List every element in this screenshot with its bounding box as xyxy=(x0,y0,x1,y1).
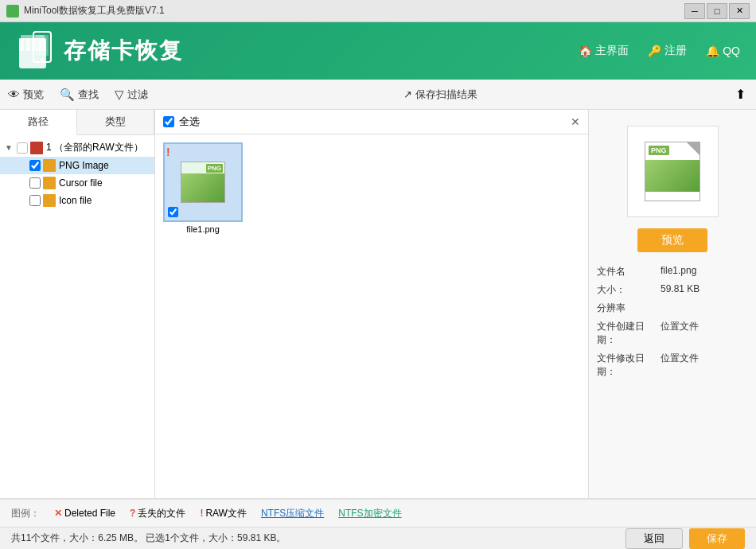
filter-toolbar-label: 过滤 xyxy=(127,88,148,102)
svg-rect-2 xyxy=(25,38,30,51)
file-size-value: 59.81 KB xyxy=(661,283,699,297)
legend-raw: ! RAW文件 xyxy=(200,507,247,520)
save-button[interactable]: 保存 xyxy=(689,528,745,549)
register-nav-item[interactable]: 🔑 注册 xyxy=(648,44,687,58)
tree-item-png[interactable]: PNG Image xyxy=(0,157,154,174)
file-tree: ▼ 1 （全部的RAW文件） PNG Image Cursor file xyxy=(0,135,154,498)
tab-path[interactable]: 路径 xyxy=(0,110,77,135)
filter-icon: ▽ xyxy=(115,88,124,102)
sd-card-icon xyxy=(16,30,54,72)
png-image-area xyxy=(181,173,224,202)
back-button[interactable]: 返回 xyxy=(625,528,683,549)
filter-toolbar-item[interactable]: ▽ 过滤 xyxy=(115,88,148,102)
preview-button[interactable]: 预览 xyxy=(637,228,707,252)
svg-point-8 xyxy=(41,58,44,61)
save-scan-toolbar-item[interactable]: ↗ 保存扫描结果 xyxy=(403,88,477,102)
save-icon: ↗ xyxy=(403,88,412,100)
file-info-modified-row: 文件修改日期： 位置文件 xyxy=(597,352,748,379)
legend-ntfs-compressed: NTFS压缩文件 xyxy=(261,507,324,520)
center-panel: 全选 ✕ ! PNG file1.png xyxy=(155,110,589,498)
file-info-size-row: 大小： 59.81 KB xyxy=(597,283,748,297)
legend-label: 图例： xyxy=(11,507,40,520)
eye-icon: 👁 xyxy=(8,88,20,101)
file-name-key: 文件名 xyxy=(597,265,661,278)
qq-nav-item[interactable]: 🔔 QQ xyxy=(706,45,740,57)
search-toolbar-item[interactable]: 🔍 查找 xyxy=(60,88,99,102)
save-scan-toolbar-label: 保存扫描结果 xyxy=(415,88,477,102)
svg-rect-7 xyxy=(36,35,49,56)
search-icon: 🔍 xyxy=(60,88,75,102)
legend-deleted: ✕ Deleted File xyxy=(54,508,115,519)
title-bar-controls: ─ □ ✕ xyxy=(684,3,750,19)
tree-checkbox-cursor[interactable] xyxy=(29,177,41,189)
file-item-checkbox[interactable] xyxy=(168,207,178,217)
qq-nav-label: QQ xyxy=(723,45,740,57)
status-buttons: 返回 保存 xyxy=(625,528,745,549)
home-icon: 🏠 xyxy=(579,45,592,57)
title-bar-text: MiniTool数据恢复工具免费版V7.1 xyxy=(24,4,165,18)
tree-root-label: 1 （全部的RAW文件） xyxy=(46,141,143,154)
lost-icon: ? xyxy=(130,508,135,519)
close-panel-button[interactable]: ✕ xyxy=(571,115,580,128)
toolbar-export-icon[interactable]: ⬆ xyxy=(732,87,748,102)
maximize-button[interactable]: □ xyxy=(707,3,727,19)
title-bar: MiniTool数据恢复工具免费版V7.1 ─ □ ✕ xyxy=(0,0,756,22)
tree-toggle-root[interactable]: ▼ xyxy=(3,142,14,154)
select-all-label: 全选 xyxy=(179,115,200,129)
file-item[interactable]: ! PNG file1.png xyxy=(163,142,243,234)
register-nav-label: 注册 xyxy=(664,44,687,58)
tree-toggle-icon xyxy=(16,195,27,206)
preview-toolbar-label: 预览 xyxy=(23,88,44,102)
legend-raw-text: RAW文件 xyxy=(205,507,247,520)
tree-root-item[interactable]: ▼ 1 （全部的RAW文件） xyxy=(0,138,154,157)
file-item-inner: ! PNG xyxy=(163,142,243,222)
select-all-checkbox[interactable] xyxy=(163,116,174,127)
file-ratio-key: 分辨率 xyxy=(597,302,661,315)
png-thumbnail: PNG xyxy=(181,162,225,203)
tree-checkbox-root[interactable] xyxy=(17,142,28,154)
status-bar: 共11个文件，大小：6.25 MB。 已选1个文件，大小：59.81 KB。 返… xyxy=(0,527,756,549)
home-nav-label: 主界面 xyxy=(595,44,629,58)
legend-ntfs-encrypted: NTFS加密文件 xyxy=(338,507,401,520)
drive-icon xyxy=(30,142,43,154)
tree-item-icon[interactable]: Icon file xyxy=(0,192,154,209)
tab-bar: 路径 类型 xyxy=(0,110,154,135)
file-info-created-row: 文件创建日期： 位置文件 xyxy=(597,320,748,347)
ntfs-encrypted-icon: NTFS加密文件 xyxy=(338,507,401,520)
home-nav-item[interactable]: 🏠 主界面 xyxy=(579,44,629,58)
file-modified-value: 位置文件 xyxy=(661,352,699,379)
file-info-name-row: 文件名 file1.png xyxy=(597,265,748,278)
tree-checkbox-png[interactable] xyxy=(29,160,41,171)
header-title: 存储卡恢复 xyxy=(64,36,183,66)
ntfs-compressed-icon: NTFS压缩文件 xyxy=(261,507,324,520)
icon-folder-icon xyxy=(43,194,56,207)
header-brand: 存储卡恢复 xyxy=(16,30,183,72)
preview-box: PNG xyxy=(627,126,719,217)
close-button[interactable]: ✕ xyxy=(729,3,750,19)
header-nav: 🏠 主界面 🔑 注册 🔔 QQ xyxy=(579,44,740,58)
legend-lost: ? 丢失的文件 xyxy=(130,507,185,520)
main-area: 路径 类型 ▼ 1 （全部的RAW文件） PNG Image xyxy=(0,110,756,498)
file-name-value: file1.png xyxy=(661,265,696,278)
svg-rect-1 xyxy=(19,38,24,51)
file-size-key: 大小： xyxy=(597,283,661,297)
legend-deleted-text: Deleted File xyxy=(64,508,115,519)
file-grid: ! PNG file1.png xyxy=(155,134,588,498)
legend-bar: 图例： ✕ Deleted File ? 丢失的文件 ! RAW文件 NTFS压… xyxy=(0,498,756,527)
tree-item-cursor[interactable]: Cursor file xyxy=(0,174,154,192)
tab-type[interactable]: 类型 xyxy=(77,110,154,134)
bell-icon: 🔔 xyxy=(706,45,719,57)
preview-toolbar-item[interactable]: 👁 预览 xyxy=(8,88,44,102)
tree-checkbox-icon[interactable] xyxy=(29,195,41,206)
toolbar: 👁 预览 🔍 查找 ▽ 过滤 ↗ 保存扫描结果 ⬆ xyxy=(0,80,756,110)
preview-icon-image xyxy=(645,160,699,192)
cursor-folder-icon xyxy=(43,177,56,189)
center-header: 全选 ✕ xyxy=(155,110,588,134)
app-icon xyxy=(6,5,19,18)
minimize-button[interactable]: ─ xyxy=(684,3,705,19)
file-created-key: 文件创建日期： xyxy=(597,320,661,347)
tree-label-icon: Icon file xyxy=(59,195,92,206)
tree-label-png: PNG Image xyxy=(59,160,109,171)
warning-icon: ! xyxy=(166,146,170,158)
search-toolbar-label: 查找 xyxy=(78,88,99,102)
